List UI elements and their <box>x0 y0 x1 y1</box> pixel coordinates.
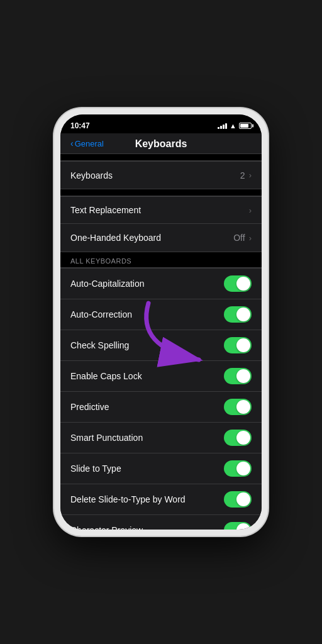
status-icons: ▲ <box>218 122 252 130</box>
screen-content[interactable]: ‹ General Keyboards Keyboards 2 <box>60 133 262 530</box>
phone-inner: 10:47 ▲ ‹ General <box>60 114 262 530</box>
battery-icon <box>239 123 252 129</box>
toggle-label-6: Slide to Type <box>70 464 121 474</box>
toggle-switch-6[interactable] <box>224 460 252 477</box>
toggle-label-0: Auto-Capitalization <box>70 279 145 289</box>
nav-bar: ‹ General Keyboards <box>60 133 262 154</box>
toggle-label-8: Character Preview <box>70 525 143 530</box>
one-handed-chevron-icon: › <box>249 233 252 243</box>
toggle-cell-3[interactable]: Enable Caps Lock <box>60 361 262 392</box>
toggle-thumb-8 <box>236 523 250 530</box>
keyboards-group: Keyboards 2 › <box>60 160 262 189</box>
toggle-thumb-1 <box>236 308 250 321</box>
toggle-label-4: Predictive <box>70 402 109 412</box>
toggle-thumb-7 <box>236 492 250 506</box>
keyboards-cell[interactable]: Keyboards 2 › <box>60 161 262 189</box>
text-replacement-right: › <box>249 206 252 215</box>
toggle-cell-5[interactable]: Smart Punctuation <box>60 423 262 453</box>
text-replacement-cell[interactable]: Text Replacement › <box>60 196 262 224</box>
toggle-switch-1[interactable] <box>224 306 252 323</box>
toggle-cell-0[interactable]: Auto-Capitalization <box>60 268 262 299</box>
toggle-label-5: Smart Punctuation <box>70 433 143 443</box>
one-handed-cell[interactable]: One-Handed Keyboard Off › <box>60 224 262 252</box>
screen-wrapper: ‹ General Keyboards Keyboards 2 <box>60 133 262 530</box>
toggles-group: Auto-CapitalizationAuto-CorrectionCheck … <box>60 267 262 530</box>
keyboards-chevron-icon: › <box>249 170 252 180</box>
one-handed-right: Off › <box>233 233 252 243</box>
toggle-thumb-2 <box>236 338 250 352</box>
toggle-cell-4[interactable]: Predictive <box>60 392 262 423</box>
toggle-switch-2[interactable] <box>224 337 252 353</box>
one-handed-value: Off <box>233 233 245 243</box>
status-time: 10:47 <box>70 121 90 130</box>
toggle-cell-7[interactable]: Delete Slide-to-Type by Word <box>60 484 262 515</box>
shortcuts-group: Text Replacement › One-Handed Keyboard O… <box>60 196 262 252</box>
toggle-cell-1[interactable]: Auto-Correction <box>60 299 262 330</box>
toggle-switch-3[interactable] <box>224 368 252 384</box>
toggle-thumb-0 <box>236 277 250 291</box>
toggle-thumb-4 <box>236 400 250 414</box>
all-keyboards-header: ALL KEYBOARDS <box>60 252 262 267</box>
keyboards-label: Keyboards <box>70 170 113 180</box>
page-title: Keyboards <box>135 138 187 150</box>
toggle-switch-4[interactable] <box>224 399 252 415</box>
one-handed-label: One-Handed Keyboard <box>70 233 161 243</box>
toggle-cell-8[interactable]: Character Preview <box>60 515 262 530</box>
toggle-thumb-5 <box>236 431 250 445</box>
toggle-switch-5[interactable] <box>224 430 252 446</box>
phone-frame: 10:47 ▲ ‹ General <box>54 108 268 536</box>
shortcuts-cell-container: Text Replacement › One-Handed Keyboard O… <box>60 196 262 252</box>
toggle-label-1: Auto-Correction <box>70 309 132 319</box>
keyboards-cell-container: Keyboards 2 › <box>60 160 262 189</box>
toggle-switch-7[interactable] <box>224 491 252 508</box>
toggle-cell-2[interactable]: Check Spelling <box>60 330 262 361</box>
toggle-switch-8[interactable] <box>224 522 252 530</box>
nav-title-row: Keyboards <box>70 138 252 150</box>
toggle-thumb-6 <box>236 462 250 475</box>
toggle-label-3: Enable Caps Lock <box>70 371 142 381</box>
toggle-cell-6[interactable]: Slide to Type <box>60 453 262 484</box>
notch-area: 10:47 ▲ <box>60 114 262 133</box>
notch <box>136 114 186 126</box>
toggle-switch-0[interactable] <box>224 275 252 292</box>
signal-bars-icon <box>218 123 227 129</box>
keyboards-right: 2 › <box>240 170 252 180</box>
text-replacement-chevron-icon: › <box>249 206 252 215</box>
text-replacement-label: Text Replacement <box>70 205 141 215</box>
toggle-label-7: Delete Slide-to-Type by Word <box>70 494 186 504</box>
toggle-label-2: Check Spelling <box>70 340 129 350</box>
keyboards-value: 2 <box>240 170 245 180</box>
toggle-thumb-3 <box>236 369 250 383</box>
wifi-icon: ▲ <box>230 122 236 130</box>
